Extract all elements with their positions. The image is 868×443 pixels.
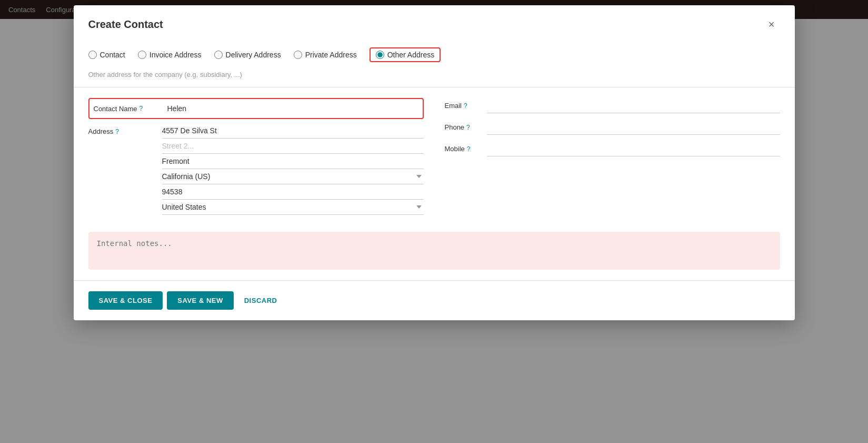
country-select[interactable]: United States xyxy=(162,200,424,215)
address-description: Other address for the company (e.g. subs… xyxy=(74,71,795,87)
phone-field xyxy=(487,120,780,135)
address-row: Address ? California (US) United States xyxy=(88,123,424,215)
save-close-button[interactable]: SAVE & CLOSE xyxy=(88,291,163,310)
save-new-button[interactable]: SAVE & NEW xyxy=(167,291,233,310)
radio-invoice[interactable]: Invoice Address xyxy=(138,51,202,59)
address-help-icon[interactable]: ? xyxy=(115,128,119,135)
form-left: Contact Name ? Address ? xyxy=(88,98,424,219)
street2-input[interactable] xyxy=(162,139,424,154)
state-select[interactable]: California (US) xyxy=(162,169,424,184)
mobile-row: Mobile ? xyxy=(445,141,780,156)
radio-other[interactable]: Other Address xyxy=(370,47,441,62)
modal-header: Create Contact × xyxy=(74,5,795,41)
mobile-input[interactable] xyxy=(487,141,780,156)
radio-delivery-input[interactable] xyxy=(214,51,223,59)
zip-input[interactable] xyxy=(162,184,424,200)
radio-invoice-input[interactable] xyxy=(138,51,146,59)
modal-title: Create Contact xyxy=(88,18,163,31)
radio-contact-label: Contact xyxy=(100,51,125,59)
mobile-help-icon[interactable]: ? xyxy=(467,145,471,153)
radio-other-label: Other Address xyxy=(387,51,435,59)
address-field: California (US) United States xyxy=(162,123,424,215)
radio-other-input[interactable] xyxy=(376,51,384,59)
radio-private-input[interactable] xyxy=(294,51,302,59)
contact-name-input[interactable] xyxy=(167,101,418,116)
discard-button[interactable]: DISCARD xyxy=(238,291,284,310)
form-right: Email ? Phone ? xyxy=(445,98,780,219)
address-label: Address ? xyxy=(88,123,162,135)
email-help-icon[interactable]: ? xyxy=(464,102,467,110)
radio-contact-input[interactable] xyxy=(88,51,97,59)
form-body: Contact Name ? Address ? xyxy=(74,98,795,219)
phone-help-icon[interactable]: ? xyxy=(466,124,470,131)
street1-input[interactable] xyxy=(162,123,424,139)
notes-textarea[interactable] xyxy=(97,239,772,260)
radio-delivery-label: Delivery Address xyxy=(226,51,281,59)
email-input[interactable] xyxy=(487,98,780,113)
city-input[interactable] xyxy=(162,154,424,169)
radio-invoice-label: Invoice Address xyxy=(149,51,202,59)
phone-input[interactable] xyxy=(487,120,780,135)
mobile-field xyxy=(487,141,780,156)
notes-area xyxy=(88,232,780,270)
email-field xyxy=(487,98,780,113)
contact-name-field xyxy=(167,101,418,116)
radio-private[interactable]: Private Address xyxy=(294,51,357,59)
modal-footer: SAVE & CLOSE SAVE & NEW DISCARD xyxy=(74,280,795,320)
mobile-label: Mobile ? xyxy=(445,145,487,153)
email-row: Email ? xyxy=(445,98,780,113)
contact-name-row: Contact Name ? xyxy=(88,98,424,119)
close-icon: × xyxy=(769,18,775,31)
address-type-row: Contact Invoice Address Delivery Address… xyxy=(74,41,795,71)
radio-contact[interactable]: Contact xyxy=(88,51,125,59)
contact-name-help-icon[interactable]: ? xyxy=(139,105,143,112)
radio-delivery[interactable]: Delivery Address xyxy=(214,51,281,59)
email-label: Email ? xyxy=(445,102,487,110)
modal-overlay: Create Contact × Contact Invoice Address… xyxy=(0,0,868,443)
contact-name-label: Contact Name ? xyxy=(94,105,167,113)
radio-private-label: Private Address xyxy=(305,51,357,59)
create-contact-modal: Create Contact × Contact Invoice Address… xyxy=(74,5,795,320)
close-button[interactable]: × xyxy=(763,16,780,33)
phone-label: Phone ? xyxy=(445,123,487,131)
phone-row: Phone ? xyxy=(445,120,780,135)
